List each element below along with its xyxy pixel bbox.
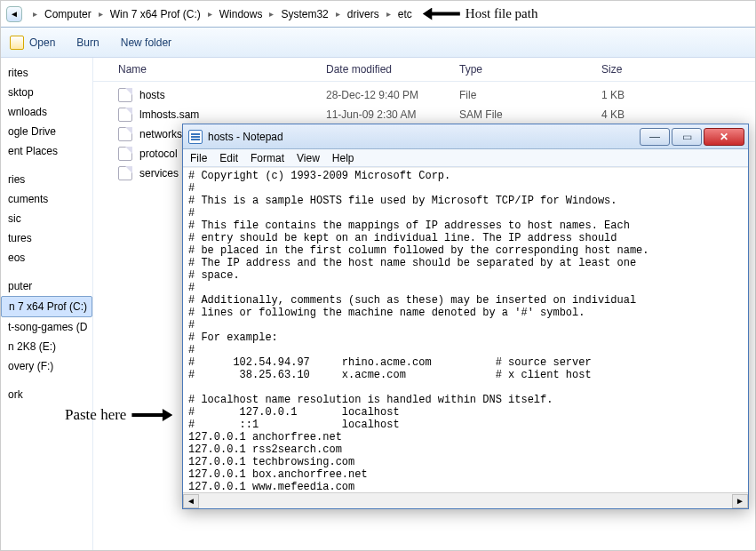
file-date: 28-Dec-12 9:40 PM bbox=[326, 89, 459, 101]
close-button[interactable]: ✕ bbox=[704, 128, 744, 146]
file-type: SAM File bbox=[459, 108, 601, 121]
file-icon bbox=[118, 127, 132, 141]
crumb-4[interactable]: drivers bbox=[346, 6, 381, 22]
col-type[interactable]: Type bbox=[459, 63, 601, 76]
menu-format[interactable]: Format bbox=[251, 152, 284, 164]
file-type: File bbox=[459, 89, 601, 101]
table-row[interactable]: lmhosts.sam 11-Jun-09 2:30 AM SAM File 4… bbox=[93, 105, 755, 124]
nav-item[interactable]: puter bbox=[1, 276, 92, 296]
file-icon bbox=[118, 166, 132, 180]
nav-item-selected[interactable]: n 7 x64 Prof (C:) bbox=[1, 296, 92, 317]
nav-item[interactable]: ogle Drive bbox=[1, 122, 92, 141]
horizontal-scrollbar[interactable]: ◄ ► bbox=[183, 492, 748, 508]
col-name[interactable]: Name bbox=[118, 63, 326, 76]
col-date[interactable]: Date modified bbox=[326, 63, 459, 76]
table-row[interactable]: hosts 28-Dec-12 9:40 PM File 1 KB bbox=[93, 85, 755, 105]
crumb-0[interactable]: Computer bbox=[43, 6, 93, 22]
burn-button[interactable]: Burn bbox=[76, 36, 99, 49]
notepad-title: hosts - Notepad bbox=[208, 131, 283, 143]
annotation-paste-text: Paste here bbox=[65, 406, 126, 424]
nav-item[interactable]: t-song-games (D bbox=[1, 317, 92, 337]
menu-view[interactable]: View bbox=[297, 152, 320, 164]
menu-help[interactable]: Help bbox=[332, 152, 354, 164]
annotation-hostpath: Host file path bbox=[423, 6, 538, 21]
file-date: 11-Jun-09 2:30 AM bbox=[326, 108, 459, 121]
menu-edit[interactable]: Edit bbox=[219, 152, 238, 164]
notepad-window: hosts - Notepad — ▭ ✕ File Edit Format V… bbox=[182, 124, 749, 509]
scroll-left-button[interactable]: ◄ bbox=[183, 494, 199, 508]
notepad-titlebar[interactable]: hosts - Notepad — ▭ ✕ bbox=[183, 124, 748, 149]
crumb-1[interactable]: Win 7 x64 Prof (C:) bbox=[108, 6, 203, 22]
file-name: lmhosts.sam bbox=[139, 108, 326, 121]
address-bar: ◄ ▸ Computer ▸ Win 7 x64 Prof (C:) ▸ Win… bbox=[1, 1, 755, 28]
nav-item[interactable]: ork bbox=[1, 385, 92, 404]
nav-item[interactable]: n 2K8 (E:) bbox=[1, 337, 92, 356]
maximize-button[interactable]: ▭ bbox=[672, 128, 702, 146]
toolbar: Open Burn New folder bbox=[1, 28, 755, 58]
newfolder-button[interactable]: New folder bbox=[121, 36, 171, 49]
file-icon bbox=[118, 108, 132, 122]
file-icon bbox=[118, 147, 132, 161]
nav-item[interactable]: overy (F:) bbox=[1, 356, 92, 376]
back-button[interactable]: ◄ bbox=[6, 6, 22, 22]
column-headers: Name Date modified Type Size bbox=[93, 58, 755, 82]
crumb-2[interactable]: Windows bbox=[218, 6, 265, 22]
nav-item[interactable]: wnloads bbox=[1, 102, 92, 122]
notepad-menu: File Edit Format View Help bbox=[183, 149, 748, 167]
explorer-window: ◄ ▸ Computer ▸ Win 7 x64 Prof (C:) ▸ Win… bbox=[0, 0, 756, 551]
notepad-icon bbox=[188, 130, 203, 144]
arrow-right-icon bbox=[131, 409, 172, 421]
nav-item[interactable]: cuments bbox=[1, 189, 92, 209]
breadcrumb[interactable]: ▸ Computer ▸ Win 7 x64 Prof (C:) ▸ Windo… bbox=[28, 6, 414, 22]
nav-item[interactable]: eos bbox=[1, 248, 92, 268]
file-name: hosts bbox=[139, 89, 326, 101]
open-button[interactable]: Open bbox=[10, 36, 55, 50]
nav-item[interactable]: tures bbox=[1, 228, 92, 248]
nav-item[interactable]: ries bbox=[1, 170, 92, 189]
notepad-textarea[interactable]: # Copyright (c) 1993-2009 Microsoft Corp… bbox=[183, 167, 748, 492]
annotation-paste: Paste here bbox=[65, 406, 172, 424]
open-label: Open bbox=[29, 36, 55, 49]
file-icon bbox=[118, 88, 132, 102]
menu-file[interactable]: File bbox=[190, 152, 207, 164]
nav-item[interactable]: sktop bbox=[1, 83, 92, 102]
nav-panel: rites sktop wnloads ogle Drive ent Place… bbox=[1, 58, 93, 550]
crumb-5[interactable]: etc bbox=[396, 6, 414, 22]
file-size: 1 KB bbox=[601, 89, 625, 101]
crumb-3[interactable]: System32 bbox=[279, 6, 330, 22]
nav-item[interactable]: ent Places bbox=[1, 141, 92, 161]
nav-item[interactable]: sic bbox=[1, 209, 92, 228]
file-size: 4 KB bbox=[601, 108, 625, 121]
arrow-left-icon bbox=[423, 8, 460, 20]
scroll-right-button[interactable]: ► bbox=[732, 494, 748, 508]
annotation-hostpath-text: Host file path bbox=[466, 6, 538, 21]
minimize-button[interactable]: — bbox=[640, 128, 670, 146]
col-size[interactable]: Size bbox=[601, 63, 622, 76]
nav-item[interactable]: rites bbox=[1, 63, 92, 83]
document-icon bbox=[10, 36, 24, 50]
